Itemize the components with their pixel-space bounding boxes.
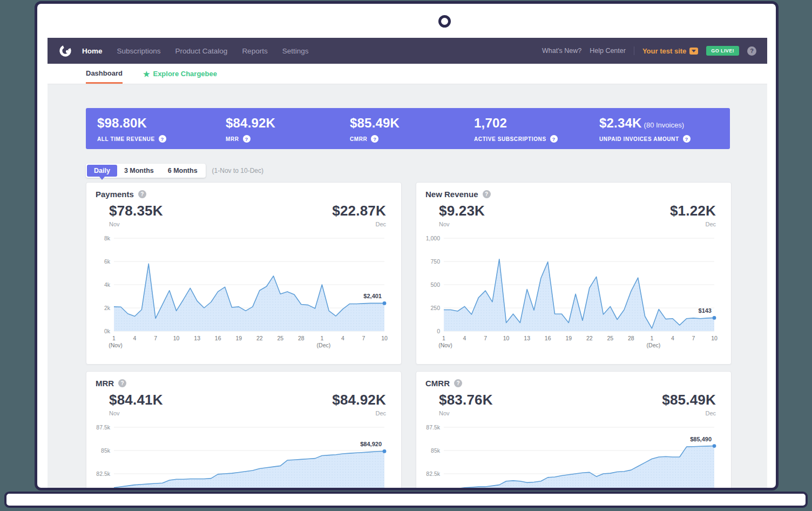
stat-label: ACTIVE SUBSCRIPTIONS bbox=[474, 136, 546, 142]
svg-text:6k: 6k bbox=[104, 258, 111, 265]
help-circle-icon[interactable]: ? bbox=[683, 135, 691, 143]
dec-label: Dec bbox=[332, 221, 386, 227]
svg-text:87.5k: 87.5k bbox=[426, 424, 440, 431]
svg-text:87.5k: 87.5k bbox=[96, 424, 110, 431]
help-circle-icon[interactable]: ? bbox=[243, 135, 251, 143]
help-circle-icon[interactable]: ? bbox=[483, 190, 491, 198]
nav-menu: Home Subscriptions Product Catalog Repor… bbox=[82, 47, 308, 55]
help-circle-icon[interactable]: ? bbox=[138, 190, 146, 198]
stat-active-subscriptions: 1,702 ACTIVE SUBSCRIPTIONS ? bbox=[474, 116, 558, 143]
period-filter-row: Daily 3 Months 6 Months (1-Nov to 10-Dec… bbox=[86, 164, 263, 178]
top-navbar: Home Subscriptions Product Catalog Repor… bbox=[48, 38, 767, 64]
svg-text:4k: 4k bbox=[104, 281, 111, 288]
stat-label: ALL TIME REVENUE bbox=[97, 136, 155, 142]
payments-area-chart: 0k2k4k6k8k1(Nov)47101316192225281(Dec)47… bbox=[94, 234, 395, 349]
cmrr-card: CMRR ? $83.76K Nov $85.49K Dec 80k82.5k8… bbox=[416, 371, 732, 488]
svg-text:0k: 0k bbox=[104, 328, 111, 334]
svg-text:13: 13 bbox=[194, 335, 200, 341]
svg-text:10: 10 bbox=[503, 335, 510, 341]
dec-label: Dec bbox=[670, 221, 716, 227]
help-circle-icon[interactable]: ? bbox=[371, 135, 378, 143]
chargebee-logo-icon[interactable] bbox=[58, 44, 72, 58]
nov-value: $9.23K bbox=[439, 203, 485, 219]
chargebee-dashboard-app: Home Subscriptions Product Catalog Repor… bbox=[48, 38, 767, 488]
svg-text:7: 7 bbox=[692, 335, 695, 341]
dec-value: $84.92K bbox=[332, 392, 386, 408]
svg-text:19: 19 bbox=[235, 335, 242, 341]
svg-text:1,000: 1,000 bbox=[426, 235, 440, 241]
svg-text:28: 28 bbox=[298, 335, 304, 341]
svg-text:19: 19 bbox=[565, 335, 572, 341]
help-circle-icon[interactable]: ? bbox=[118, 379, 126, 387]
nav-item-reports[interactable]: Reports bbox=[242, 47, 267, 55]
laptop-base bbox=[4, 492, 808, 508]
period-segmented-control: Daily 3 Months 6 Months bbox=[86, 164, 206, 178]
svg-text:$143: $143 bbox=[699, 307, 712, 314]
dec-value: $22.87K bbox=[332, 203, 386, 219]
dec-label: Dec bbox=[662, 410, 716, 416]
help-circle-icon[interactable]: ? bbox=[454, 379, 462, 387]
stat-value: $85.49K bbox=[350, 116, 400, 130]
filter-6-months[interactable]: 6 Months bbox=[161, 165, 205, 177]
go-live-button[interactable]: GO LIVE! bbox=[706, 46, 739, 56]
filter-daily[interactable]: Daily bbox=[87, 165, 117, 177]
stat-mrr: $84.92K MRR ? bbox=[226, 116, 275, 143]
explore-chargebee-link[interactable]: ★ Explore Chargebee bbox=[143, 64, 217, 84]
dec-value: $1.22K bbox=[670, 203, 716, 219]
nav-item-product-catalog[interactable]: Product Catalog bbox=[175, 47, 228, 55]
svg-text:7: 7 bbox=[154, 335, 157, 341]
nov-value: $78.35K bbox=[109, 203, 163, 219]
filter-3-months[interactable]: 3 Months bbox=[117, 165, 161, 177]
stat-label: CMRR bbox=[350, 136, 367, 142]
stat-value: $2.34K bbox=[599, 116, 642, 130]
help-circle-icon[interactable]: ? bbox=[747, 46, 756, 56]
help-circle-icon[interactable]: ? bbox=[159, 135, 166, 143]
cmrr-area-chart: 80k82.5k85k87.5k1(Nov)47101316192225281(… bbox=[424, 423, 725, 488]
whats-new-link[interactable]: What's New? bbox=[542, 47, 581, 55]
mrr-card: MRR ? $84.41K Nov $84.92K Dec 80k82.5k85… bbox=[86, 371, 402, 488]
svg-text:4: 4 bbox=[341, 335, 344, 341]
svg-text:25: 25 bbox=[277, 335, 283, 341]
nov-label: Nov bbox=[109, 410, 163, 416]
dec-label: Dec bbox=[332, 410, 386, 416]
new-revenue-card: New Revenue ? $9.23K Nov $1.22K Dec 0250… bbox=[416, 182, 732, 365]
svg-text:4: 4 bbox=[463, 335, 466, 341]
nov-value: $83.76K bbox=[439, 392, 493, 408]
stat-suffix: (80 Invoices) bbox=[644, 121, 684, 129]
nav-item-subscriptions[interactable]: Subscriptions bbox=[117, 47, 161, 55]
card-title: New Revenue bbox=[425, 190, 478, 199]
sub-navigation: Dashboard ★ Explore Chargebee bbox=[48, 64, 767, 84]
svg-text:(Nov): (Nov) bbox=[109, 342, 123, 348]
site-switcher[interactable]: Your test site bbox=[642, 47, 698, 55]
nav-item-settings[interactable]: Settings bbox=[282, 47, 309, 55]
dec-value: $85.49K bbox=[662, 392, 716, 408]
svg-text:10: 10 bbox=[173, 335, 180, 341]
site-name-label: Your test site bbox=[642, 47, 686, 55]
svg-text:(Dec): (Dec) bbox=[647, 342, 661, 348]
chevron-down-icon bbox=[689, 48, 698, 55]
svg-text:25: 25 bbox=[607, 335, 613, 341]
help-center-link[interactable]: Help Center bbox=[590, 47, 626, 55]
date-range-label: (1-Nov to 10-Dec) bbox=[212, 167, 263, 174]
help-circle-icon[interactable]: ? bbox=[550, 135, 558, 143]
explore-label: Explore Chargebee bbox=[153, 70, 217, 78]
svg-text:16: 16 bbox=[545, 335, 551, 341]
nov-label: Nov bbox=[439, 410, 493, 416]
svg-text:2k: 2k bbox=[104, 305, 111, 311]
tab-dashboard[interactable]: Dashboard bbox=[86, 64, 123, 84]
stat-value: $84.92K bbox=[226, 116, 275, 130]
nav-item-home[interactable]: Home bbox=[82, 47, 103, 55]
svg-text:22: 22 bbox=[256, 335, 263, 341]
nav-divider bbox=[634, 46, 634, 55]
svg-text:85k: 85k bbox=[101, 447, 111, 454]
svg-text:$2,401: $2,401 bbox=[363, 293, 382, 299]
camera-icon bbox=[438, 15, 451, 28]
svg-text:8k: 8k bbox=[104, 235, 111, 241]
new-revenue-area-chart: 02505007501,0001(Nov)47101316192225281(D… bbox=[424, 234, 725, 349]
stat-all-time-revenue: $98.80K ALL TIME REVENUE ? bbox=[97, 116, 166, 143]
svg-text:1: 1 bbox=[112, 335, 116, 341]
stat-label: UNPAID INVOICES AMOUNT bbox=[599, 136, 679, 142]
svg-text:13: 13 bbox=[524, 335, 530, 341]
stat-label: MRR bbox=[226, 136, 239, 142]
svg-text:10: 10 bbox=[711, 335, 718, 341]
